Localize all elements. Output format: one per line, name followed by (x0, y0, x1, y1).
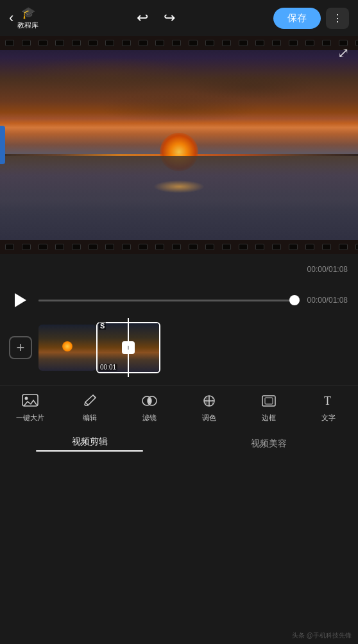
playhead-line-top (128, 318, 129, 341)
back-button[interactable]: ‹ (9, 11, 13, 25)
text-icon: T (318, 392, 339, 410)
tutorial-button[interactable]: 🎓 教程库 (17, 6, 38, 30)
film-hole (305, 40, 314, 46)
tool-text[interactable]: T 文字 (298, 392, 358, 423)
svg-rect-7 (262, 396, 275, 406)
svg-rect-8 (265, 398, 273, 404)
video-frame (0, 36, 358, 254)
controls-area: 00:00/01:08 00:00/01:08 + S (0, 254, 358, 385)
border-label: 边框 (262, 413, 276, 423)
film-hole (5, 40, 14, 46)
tutorial-icon: 🎓 (21, 6, 35, 20)
film-hole (122, 244, 131, 250)
film-strip-top (0, 36, 358, 50)
clip-2-selected[interactable]: S 00:01 I (96, 322, 160, 373)
svg-point-1 (24, 397, 28, 400)
playback-time: 00:00/01:08 (307, 296, 348, 305)
film-hole (322, 40, 331, 46)
film-hole (89, 244, 98, 250)
add-icon: + (17, 339, 25, 356)
color-icon (199, 392, 219, 410)
tool-color[interactable]: 调色 (179, 392, 239, 423)
clip-1[interactable] (38, 325, 96, 371)
film-hole (172, 40, 181, 46)
tab-underline (36, 450, 143, 452)
clip-playhead[interactable]: I (122, 318, 135, 377)
film-hole (239, 244, 248, 250)
play-icon (15, 293, 26, 307)
clip-1-background (38, 325, 96, 371)
border-icon (259, 392, 279, 410)
film-hole (255, 244, 264, 250)
film-hole (222, 40, 231, 46)
save-button[interactable]: 保存 (273, 8, 321, 29)
playhead-line-bottom (128, 354, 129, 377)
film-hole (89, 40, 98, 46)
video-preview (0, 36, 358, 254)
film-hole (5, 244, 14, 250)
film-holes-top (0, 40, 358, 46)
film-hole (38, 40, 47, 46)
progress-thumb[interactable] (289, 295, 300, 305)
film-hole (122, 40, 131, 46)
film-hole (339, 244, 348, 250)
film-hole (55, 40, 64, 46)
watermark: 头条 @手机科技先锋 (292, 631, 352, 640)
film-hole (272, 40, 281, 46)
playhead-handle[interactable]: I (122, 341, 135, 354)
undo-button[interactable]: ↩ (137, 10, 148, 26)
redo-button[interactable]: ↪ (164, 10, 175, 26)
tutorial-label: 教程库 (17, 21, 38, 30)
playhead-label: I (128, 344, 130, 351)
tab-video-edit[interactable]: 视频剪辑 (0, 432, 179, 455)
play-button[interactable] (10, 290, 31, 310)
tool-filter[interactable]: 滤镜 (119, 392, 179, 423)
toolbar: 一键大片 编辑 滤镜 (0, 385, 358, 427)
film-hole (305, 244, 314, 250)
film-hole (255, 40, 264, 46)
expand-icon[interactable]: ⤢ (337, 45, 349, 61)
film-hole (355, 244, 358, 250)
more-button[interactable]: ⋮ (326, 8, 349, 29)
timeline-area: + S 00:01 (0, 316, 358, 380)
film-hole (272, 244, 281, 250)
add-clip-button[interactable]: + (9, 336, 32, 359)
tool-border[interactable]: 边框 (239, 392, 298, 423)
left-edge-indicator (0, 126, 5, 164)
film-hole (189, 40, 198, 46)
clip-s-label: S (99, 322, 106, 330)
tab-video-edit-label: 视频剪辑 (72, 436, 108, 446)
film-hole (239, 40, 248, 46)
tool-auto-edit[interactable]: 一键大片 (0, 392, 60, 423)
film-hole (189, 244, 198, 250)
clip-time-label: 00:01 (99, 364, 117, 371)
tab-video-beauty-label: 视频美容 (251, 438, 287, 448)
film-strip-bottom (0, 240, 358, 254)
film-hole (205, 40, 214, 46)
tool-edit[interactable]: 编辑 (60, 392, 119, 423)
film-hole (105, 40, 114, 46)
auto-edit-icon (20, 392, 40, 410)
film-hole (155, 40, 164, 46)
film-hole (289, 40, 298, 46)
tab-video-beauty[interactable]: 视频美容 (179, 434, 358, 453)
top-right-actions: 保存 ⋮ (273, 8, 349, 29)
film-hole (322, 244, 331, 250)
svg-text:T: T (324, 394, 331, 407)
edit-icon (80, 392, 100, 410)
film-hole (38, 244, 47, 250)
clip-1-sun (62, 341, 72, 352)
clip-container: S 00:01 I (38, 322, 160, 373)
film-hole (22, 244, 31, 250)
expand-icon-container: ⤢ (337, 45, 349, 62)
film-hole (72, 40, 81, 46)
text-label: 文字 (321, 413, 336, 423)
progress-track[interactable] (38, 300, 300, 301)
playback-bar: 00:00/01:08 (0, 285, 358, 316)
film-hole (72, 244, 81, 250)
film-hole (222, 244, 231, 250)
progress-fill (38, 300, 291, 301)
filter-label: 滤镜 (142, 413, 157, 423)
film-hole (155, 244, 164, 250)
color-label: 调色 (202, 413, 216, 423)
